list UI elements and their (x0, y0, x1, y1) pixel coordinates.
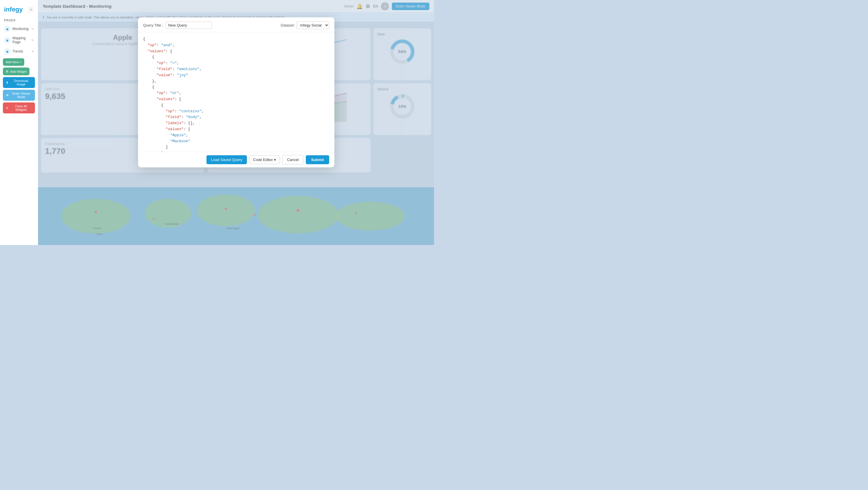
dataset-label: Dataset: (281, 23, 294, 27)
download-image-button[interactable]: ⬇ Download Image (3, 77, 35, 88)
download-icon: ⬇ (6, 81, 8, 85)
edit-icon-monitoring[interactable]: ✎ (31, 27, 34, 31)
edit-icon-trends[interactable]: ✎ (31, 50, 34, 53)
code-line-17: "Apple", (143, 132, 329, 138)
app-logo: infegy (4, 6, 23, 13)
sidebar-item-monitoring[interactable]: ◉ Monitoring ✎ (0, 24, 38, 34)
modal-footer: Load Saved Query Code Editor ▾ Cancel Su… (138, 152, 334, 167)
dataset-area: Dataset: Infegy Social (281, 21, 329, 29)
enter-viewer-mode-sidebar-button[interactable]: 👁 Enter Viewer Mode (3, 90, 35, 101)
code-line-10: "op": "or", (143, 90, 329, 96)
dataset-select[interactable]: Infegy Social (297, 21, 329, 29)
code-editor-button[interactable]: Code Editor ▾ (249, 155, 280, 164)
query-title-label: Query Title : (143, 23, 163, 27)
sidebar-item-label-mapping: Mapping Page (12, 36, 29, 44)
trends-icon: ◉ (4, 48, 10, 55)
load-saved-query-button[interactable]: Load Saved Query (207, 155, 247, 164)
download-label: Download Image (10, 79, 32, 86)
code-line-8: }, (143, 78, 329, 85)
clear-icon: ✕ (6, 106, 8, 110)
code-line-7: "value": "joy" (143, 72, 329, 78)
sidebar-item-mapping[interactable]: ◉ Mapping Page ✎ (0, 34, 38, 46)
add-widget-button[interactable]: ⊞ Add Widget (3, 68, 29, 75)
sidebar-collapse-btn[interactable]: ⊞ (28, 7, 34, 12)
sidebar-item-label-trends: Trends (12, 50, 29, 54)
sidebar-logo-area: infegy ⊞ (0, 3, 38, 17)
code-line-12: { (143, 102, 329, 108)
query-title-area: Query Title : (143, 22, 212, 29)
sidebar-item-label-monitoring: Monitoring (12, 27, 29, 31)
chevron-down-icon: ▾ (274, 158, 276, 162)
code-line-13: "op": "contains", (143, 108, 329, 115)
code-line-2: "op": "and", (143, 42, 329, 48)
code-line-1: { (143, 36, 329, 42)
code-line-15: "labels": [], (143, 120, 329, 126)
main-content: Template Dashboard - Monitoring Admin 🔔 … (38, 0, 434, 245)
modal-overlay: Query Title : Dataset: Infegy Social { "… (38, 0, 434, 245)
submit-button[interactable]: Submit (306, 155, 329, 164)
code-line-3: "values": [ (143, 48, 329, 55)
pages-section-label: Pages (0, 17, 38, 24)
add-new-label: Add New + (6, 60, 21, 64)
code-line-11: "values": [ (143, 96, 329, 102)
edit-icon-mapping[interactable]: ✎ (31, 39, 34, 42)
code-line-4: { (143, 54, 329, 60)
modal-header: Query Title : Dataset: Infegy Social (138, 17, 334, 32)
code-line-18: "Macbook" (143, 138, 329, 144)
code-editor-area[interactable]: { "op": "and", "values": [ { "op": "=", … (138, 32, 334, 152)
code-line-19: ] (143, 144, 329, 150)
add-widget-label: Add Widget (10, 70, 27, 73)
add-widget-icon: ⊞ (6, 70, 8, 73)
viewer-label: Enter Viewer Mode (11, 92, 32, 99)
query-title-input[interactable] (166, 22, 212, 29)
viewer-icon: 👁 (6, 94, 9, 97)
code-editor-label: Code Editor (253, 158, 273, 162)
code-line-6: "field": "emotions", (143, 66, 329, 72)
cancel-button[interactable]: Cancel (282, 155, 304, 164)
code-line-16: "values": [ (143, 126, 329, 132)
mapping-icon: ◉ (4, 37, 10, 43)
add-new-button[interactable]: Add New + (3, 58, 24, 66)
clear-all-widgets-button[interactable]: ✕ Clear All Widgets (3, 102, 35, 113)
sidebar-item-trends[interactable]: ◉ Trends ✎ (0, 46, 38, 57)
sidebar: infegy ⊞ Pages ◉ Monitoring ✎ ◉ Mapping … (0, 0, 38, 245)
query-modal: Query Title : Dataset: Infegy Social { "… (138, 17, 334, 167)
code-line-14: "field": "body", (143, 114, 329, 120)
clear-label: Clear All Widgets (10, 104, 32, 111)
code-line-9: { (143, 84, 329, 90)
monitoring-icon: ◉ (4, 26, 10, 32)
code-line-5: "op": "=", (143, 60, 329, 66)
